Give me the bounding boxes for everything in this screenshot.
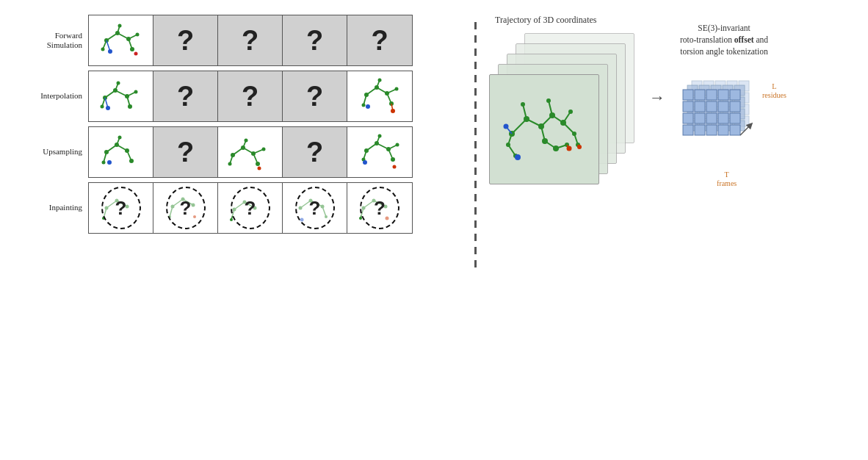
q-cell-u1: ? xyxy=(153,127,218,177)
svg-point-142 xyxy=(538,123,544,129)
main-container: Forward Simulation xyxy=(0,0,868,460)
q-cell-f2: ? xyxy=(218,15,283,65)
mol-cell-forward-1 xyxy=(89,15,153,65)
question-mark: ? xyxy=(306,81,323,112)
svg-point-39 xyxy=(385,91,389,96)
svg-point-23 xyxy=(113,88,117,93)
inpaint-question-5: ? xyxy=(374,197,386,220)
svg-point-68 xyxy=(256,162,260,166)
question-mark: ? xyxy=(371,25,388,57)
svg-point-12 xyxy=(135,33,139,37)
task-grid-upsampling: ? xyxy=(88,126,413,178)
mol-cell-interp-1 xyxy=(89,71,153,121)
svg-point-15 xyxy=(134,52,137,56)
svg-point-53 xyxy=(115,143,119,147)
svg-point-25 xyxy=(128,104,132,109)
svg-point-147 xyxy=(542,138,548,144)
dashed-line xyxy=(474,22,477,272)
svg-point-66 xyxy=(241,145,245,150)
molecule-svg-4 xyxy=(92,130,151,174)
svg-point-46 xyxy=(366,104,370,109)
inpaint-cell-4: ? xyxy=(283,183,347,233)
svg-rect-210 xyxy=(718,101,728,112)
inpaint-question-1: ? xyxy=(115,197,127,220)
token-label-line1: SE(3)-invariant xyxy=(698,24,751,32)
svg-point-148 xyxy=(553,145,559,151)
token-section: SE(3)-invariant roto-translation offset … xyxy=(680,22,805,200)
q-cell-u2: ? xyxy=(283,127,347,177)
svg-point-26 xyxy=(116,82,120,85)
svg-point-10 xyxy=(117,24,121,28)
task-row-upsampling: Upsampling xyxy=(29,126,463,178)
svg-point-41 xyxy=(378,79,382,82)
svg-point-28 xyxy=(134,90,137,94)
svg-rect-209 xyxy=(706,101,717,112)
svg-rect-212 xyxy=(683,113,693,123)
svg-point-109 xyxy=(230,218,233,221)
svg-point-72 xyxy=(257,167,261,170)
svg-point-155 xyxy=(515,154,521,160)
svg-point-7 xyxy=(115,31,120,35)
molecule-svg-2 xyxy=(92,74,151,118)
task-grid-interpolation: ? ? ? xyxy=(88,71,413,122)
dashed-ellipse-3: ? xyxy=(231,187,270,229)
question-mark: ? xyxy=(242,25,258,57)
token-label-bold: offset xyxy=(734,35,754,44)
left-panel: Forward Simulation xyxy=(29,15,463,234)
question-mark: ? xyxy=(177,137,194,168)
task-row-forward: Forward Simulation xyxy=(29,15,463,66)
vertical-divider xyxy=(470,15,480,272)
svg-rect-204 xyxy=(706,90,717,100)
svg-rect-217 xyxy=(683,125,693,135)
svg-point-58 xyxy=(107,160,112,165)
task-row-interpolation: Interpolation xyxy=(29,71,463,122)
q-cell-i2: ? xyxy=(218,71,283,121)
molecule-svg-5 xyxy=(221,130,280,174)
svg-point-143 xyxy=(549,112,555,118)
svg-rect-203 xyxy=(695,90,705,100)
svg-rect-215 xyxy=(718,113,728,123)
q-cell-i1: ? xyxy=(153,71,218,121)
token-label-line2: roto-translation xyxy=(680,35,732,44)
task-label-upsampling: Upsampling xyxy=(29,147,88,157)
dashed-ellipse-5: ? xyxy=(360,187,399,229)
inpaint-question-3: ? xyxy=(245,197,256,220)
token-3d-svg xyxy=(680,75,775,193)
dashed-ellipse-2: ? xyxy=(166,187,206,229)
svg-point-152 xyxy=(546,98,551,103)
svg-point-43 xyxy=(395,87,399,91)
inpaint-cell-5: ? xyxy=(347,183,412,233)
svg-point-86 xyxy=(363,160,367,165)
svg-point-81 xyxy=(386,147,391,151)
svg-point-144 xyxy=(560,120,566,126)
frame-1 xyxy=(489,74,599,184)
svg-point-87 xyxy=(393,165,397,169)
stacked-frames xyxy=(488,33,634,195)
svg-point-65 xyxy=(231,153,235,157)
right-panel: Trajectory of 3D coordinates xyxy=(488,15,839,200)
svg-point-80 xyxy=(375,141,379,145)
svg-rect-202 xyxy=(683,90,693,100)
arrow-container: → xyxy=(649,88,665,107)
dashed-ellipse-4: ? xyxy=(295,187,335,229)
token-label-line4: torsion angle tokenization xyxy=(680,47,767,56)
svg-line-14 xyxy=(106,40,110,51)
svg-point-69 xyxy=(244,139,247,143)
svg-rect-216 xyxy=(730,113,740,123)
mol-cell-up-1 xyxy=(89,127,153,177)
mol-cell-interp-2 xyxy=(347,71,412,121)
svg-point-57 xyxy=(101,161,105,165)
svg-rect-206 xyxy=(730,90,740,100)
svg-point-85 xyxy=(396,143,399,147)
svg-point-56 xyxy=(117,136,121,140)
svg-point-27 xyxy=(100,105,104,109)
trajectory-label: Trajectory of 3D coordinates xyxy=(495,15,597,26)
svg-point-153 xyxy=(572,132,576,136)
svg-point-24 xyxy=(125,94,129,98)
inpaint-cell-2: ? xyxy=(153,183,218,233)
svg-rect-207 xyxy=(683,101,693,112)
svg-point-71 xyxy=(261,148,265,151)
trajectory-section: Trajectory of 3D coordinates xyxy=(488,15,634,195)
svg-rect-214 xyxy=(706,113,717,123)
svg-point-52 xyxy=(104,150,109,154)
